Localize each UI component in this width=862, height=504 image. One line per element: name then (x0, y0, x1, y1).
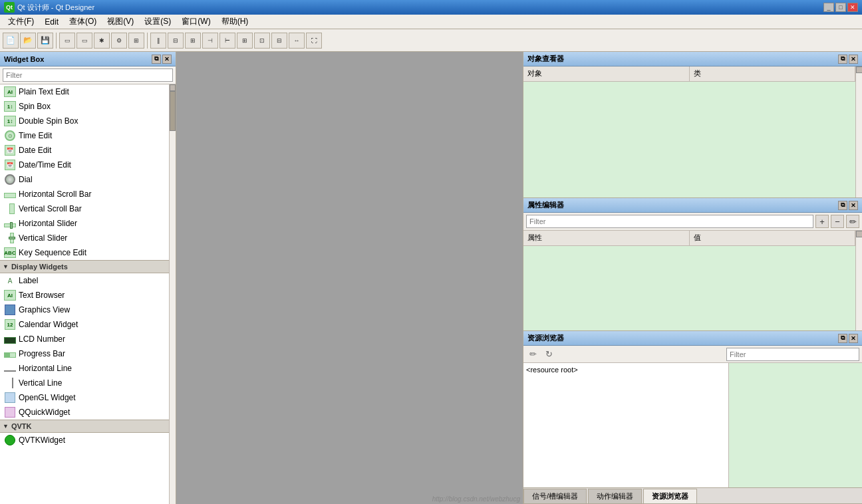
icon-plaintext: AI (4, 86, 16, 98)
list-item-textbrowser[interactable]: AI Text Browser (0, 288, 169, 303)
list-item-lcd[interactable]: LCD Number (0, 332, 169, 346)
app-icon: Qt (4, 2, 15, 13)
list-item-doublespinbox[interactable]: 1↕ Double Spin Box (0, 114, 169, 128)
toolbar: 📄 📂 💾 ▭ ▭ ✱ ⚙ ⊞ ‖ ⊟ ⊞ ⊣ ⊢ ⊞ ⊡ ⊟ ↔ ⛶ (0, 29, 862, 52)
toolbar-btn-5[interactable]: ▭ (76, 33, 92, 49)
list-item-qquick[interactable]: QQuickWidget (0, 405, 169, 420)
item-label-graphicsview: Graphics View (19, 305, 70, 315)
property-editor-close[interactable]: ✕ (849, 201, 858, 210)
maximize-button[interactable]: □ (835, 3, 846, 12)
widget-box-filter-input[interactable] (3, 68, 173, 82)
property-remove-button[interactable]: − (831, 215, 844, 228)
list-item-opengl[interactable]: OpenGL Widget (0, 390, 169, 405)
toolbar-new[interactable]: 📄 (3, 33, 19, 49)
tab-resource-browser[interactable]: 资源浏览器 (643, 489, 697, 503)
list-item-hscroll[interactable]: Horizontal Scroll Bar (0, 187, 169, 201)
menu-help[interactable]: 帮助(H) (216, 15, 254, 29)
toolbar-open[interactable]: 📂 (20, 33, 36, 49)
property-add-button[interactable]: + (815, 215, 829, 228)
toolbar-btn-8[interactable]: ⊞ (128, 33, 144, 49)
item-label-hscroll: Horizontal Scroll Bar (19, 189, 91, 199)
object-inspector-header: 对象查看器 ⧉ ✕ (523, 52, 862, 66)
tab-action-editor[interactable]: 动作编辑器 (588, 489, 642, 503)
icon-textbrowser: AI (4, 289, 16, 301)
toolbar-sep-2 (147, 33, 148, 49)
category-label-display: Display Widgets (11, 263, 68, 271)
toolbar-btn-11[interactable]: ⊞ (185, 33, 201, 49)
list-item-vscroll[interactable]: Vertical Scroll Bar (0, 201, 169, 216)
toolbar-btn-6[interactable]: ✱ (94, 33, 110, 49)
property-edit-button[interactable]: ✏ (846, 215, 859, 228)
menu-view[interactable]: 视图(V) (102, 15, 139, 29)
widget-list: AI Plain Text Edit 1↕ Spin Box 1↕ Double… (0, 84, 169, 504)
list-item-progressbar[interactable]: Progress Bar (0, 346, 169, 361)
list-item-spinbox[interactable]: 1↕ Spin Box (0, 99, 169, 114)
resource-browser-float[interactable]: ⧉ (838, 334, 847, 343)
widget-list-scrollbar[interactable] (169, 84, 176, 504)
item-label-textbrowser: Text Browser (19, 291, 65, 300)
list-item-dial[interactable]: Dial (0, 172, 169, 187)
property-filter-area: + − ✏ (523, 213, 862, 231)
list-item-dateedit[interactable]: 📅 Date Edit (0, 143, 169, 158)
toolbar-btn-17[interactable]: ↔ (289, 33, 305, 49)
toolbar-btn-18[interactable]: ⛶ (306, 33, 322, 49)
icon-datetimeedit: 📅 (4, 159, 16, 171)
toolbar-btn-13[interactable]: ⊢ (219, 33, 235, 49)
toolbar-btn-14[interactable]: ⊞ (237, 33, 253, 49)
toolbar-btn-10[interactable]: ⊟ (168, 33, 184, 49)
list-item-qvtk[interactable]: QVTKWidget (0, 433, 169, 447)
property-editor-float[interactable]: ⧉ (838, 201, 847, 210)
list-item-keyseq[interactable]: ABC Key Sequence Edit (0, 245, 169, 260)
list-item-vslider[interactable]: Vertical Slider (0, 231, 169, 245)
item-label-opengl: OpenGL Widget (19, 393, 76, 402)
icon-qquick (4, 406, 16, 418)
toolbar-btn-4[interactable]: ▭ (59, 33, 75, 49)
widget-box-float[interactable]: ⧉ (152, 55, 161, 64)
resource-root-item[interactable]: <resource root> (526, 366, 726, 374)
minimize-button[interactable]: _ (823, 3, 834, 12)
list-item-hslider[interactable]: Horizontal Slider (0, 216, 169, 231)
list-item-datetimeedit[interactable]: 📅 Date/Time Edit (0, 158, 169, 172)
toolbar-btn-12[interactable]: ⊣ (202, 33, 218, 49)
toolbar-btn-15[interactable]: ⊡ (254, 33, 270, 49)
menu-file[interactable]: 文件(F) (3, 15, 39, 29)
category-display-widgets[interactable]: ▼ Display Widgets (0, 260, 169, 273)
icon-progressbar (4, 348, 16, 360)
resource-refresh-btn[interactable]: ↻ (542, 348, 555, 361)
category-qvtk[interactable]: ▼ QVTK (0, 420, 169, 433)
window-controls: _ □ ✕ (823, 3, 858, 12)
list-item-calendar[interactable]: 12 Calendar Widget (0, 317, 169, 332)
icon-vline (4, 377, 16, 389)
toolbar-btn-9[interactable]: ‖ (150, 33, 166, 49)
property-editor-controls: ⧉ ✕ (838, 201, 858, 210)
icon-vscroll (4, 203, 16, 215)
object-inspector-close[interactable]: ✕ (849, 55, 858, 64)
obj-col-class: 类 (689, 66, 855, 81)
resource-tree: <resource root> (523, 363, 729, 487)
object-inspector-float[interactable]: ⧉ (838, 55, 847, 64)
menu-bar: 文件(F) Edit 查体(O) 视图(V) 设置(S) 窗口(W) 帮助(H) (0, 15, 862, 29)
list-item-plaintext[interactable]: AI Plain Text Edit (0, 84, 169, 99)
list-item-vline[interactable]: Vertical Line (0, 376, 169, 390)
resource-edit-btn[interactable]: ✏ (526, 348, 539, 361)
toolbar-btn-16[interactable]: ⊟ (271, 33, 287, 49)
list-item-hline[interactable]: Horizontal Line (0, 361, 169, 376)
widget-box-header: Widget Box ⧉ ✕ (0, 52, 176, 66)
tab-signal-slot[interactable]: 信号/槽编辑器 (523, 489, 587, 503)
toolbar-btn-7[interactable]: ⚙ (111, 33, 127, 49)
widget-box-close[interactable]: ✕ (162, 55, 172, 64)
menu-window[interactable]: 窗口(W) (176, 15, 216, 29)
item-label-vscroll: Vertical Scroll Bar (19, 204, 82, 213)
list-item-label[interactable]: A Label (0, 273, 169, 288)
list-item-graphicsview[interactable]: Graphics View (0, 303, 169, 317)
property-filter-input[interactable] (526, 215, 813, 228)
resource-browser-close[interactable]: ✕ (849, 334, 858, 343)
menu-edit[interactable]: Edit (39, 16, 64, 28)
menu-view-body[interactable]: 查体(O) (64, 15, 102, 29)
menu-settings[interactable]: 设置(S) (139, 15, 176, 29)
close-button[interactable]: ✕ (847, 3, 858, 12)
resource-browser-controls: ⧉ ✕ (838, 334, 858, 343)
toolbar-save[interactable]: 💾 (37, 33, 53, 49)
resource-filter-input[interactable] (726, 348, 859, 361)
list-item-timeedit[interactable]: ⊙ Time Edit (0, 128, 169, 143)
